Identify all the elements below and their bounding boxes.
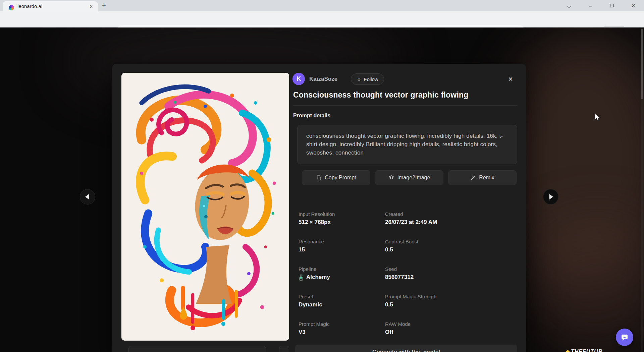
- close-icon[interactable]: ×: [505, 74, 516, 84]
- spark-icon: [566, 350, 570, 352]
- new-tab-button[interactable]: +: [99, 1, 109, 10]
- divider: [293, 105, 517, 106]
- detail-input-resolution: Input Resolution 512 × 768px: [299, 211, 386, 226]
- window-minimize-button[interactable]: –: [586, 1, 595, 10]
- copy-icon: [316, 175, 322, 181]
- user-avatar[interactable]: K: [292, 73, 305, 85]
- artwork-image[interactable]: [121, 73, 289, 341]
- image-pager-bar[interactable]: [128, 346, 266, 352]
- star-icon: ☆: [357, 76, 361, 82]
- tab-search-chevron-icon[interactable]: [564, 1, 574, 10]
- image2image-label: Image2Image: [397, 175, 430, 181]
- image-detail-modal: K KaizaSoze ☆ Follow × Consciousness tho…: [112, 64, 526, 352]
- copy-prompt-button[interactable]: Copy Prompt: [302, 170, 370, 185]
- mouse-cursor: [594, 113, 601, 123]
- detail-created: Created 26/07/23 at 2:49 AM: [385, 211, 472, 226]
- tab-close-icon[interactable]: ×: [87, 3, 95, 11]
- detail-contrast-boost: Contrast Boost 0.5: [385, 239, 472, 253]
- detail-resonance: Resonance 15: [299, 239, 386, 253]
- detail-pipeline: Pipeline Alchemy: [299, 266, 386, 281]
- previous-image-button[interactable]: [80, 189, 95, 204]
- detail-preset: Preset Dynamic: [299, 294, 386, 308]
- detail-raw-mode: RAW Mode Off: [385, 321, 472, 336]
- prompt-details-heading: Prompt details: [293, 113, 330, 119]
- browser-tab[interactable]: leonardo.ai ×: [3, 1, 98, 11]
- image-tool-button[interactable]: [279, 346, 289, 352]
- flask-icon: [299, 274, 304, 281]
- layers-icon: [388, 175, 394, 181]
- leonardo-favicon-icon: [9, 5, 14, 10]
- watermark: THEFUTUR: [566, 349, 602, 352]
- browser-toolbar: app.leonardo.ai VPN: [0, 11, 644, 27]
- action-buttons-row: Copy Prompt Image2Image Remix: [302, 170, 517, 185]
- remix-label: Remix: [479, 175, 494, 181]
- chat-bubble-icon: [620, 333, 629, 342]
- detail-prompt-magic: Prompt Magic V3: [299, 321, 386, 336]
- arrow-right-icon: [549, 194, 553, 199]
- window-close-button[interactable]: ×: [629, 1, 638, 10]
- arrow-left-icon: [85, 194, 89, 199]
- tab-title: leonardo.ai: [17, 1, 42, 11]
- follow-button[interactable]: ☆ Follow: [351, 73, 384, 85]
- window-restore-button[interactable]: [607, 1, 616, 10]
- username[interactable]: KaizaSoze: [309, 76, 337, 82]
- image-title: Consciousness thought vector graphic flo…: [293, 91, 518, 100]
- image2image-button[interactable]: Image2Image: [375, 170, 443, 185]
- browser-tab-strip: leonardo.ai × + – ×: [0, 0, 644, 11]
- page-scrollbar-thumb[interactable]: [641, 29, 643, 99]
- prompt-text-box: consciousness thought vector graphic flo…: [297, 125, 517, 164]
- next-image-button[interactable]: [543, 189, 558, 204]
- screen: leonardo.ai × + – × app.leonardo.ai: [0, 0, 644, 352]
- generate-with-model-button[interactable]: Generate with this model: [295, 345, 517, 352]
- follow-label: Follow: [364, 76, 378, 82]
- detail-prompt-magic-strength: Prompt Magic Strength 0.5: [385, 294, 472, 308]
- detail-seed: Seed 856077312: [385, 266, 472, 281]
- chat-widget-button[interactable]: [616, 329, 633, 346]
- remix-button[interactable]: Remix: [448, 170, 517, 185]
- wand-icon: [470, 175, 476, 181]
- copy-prompt-label: Copy Prompt: [325, 175, 356, 181]
